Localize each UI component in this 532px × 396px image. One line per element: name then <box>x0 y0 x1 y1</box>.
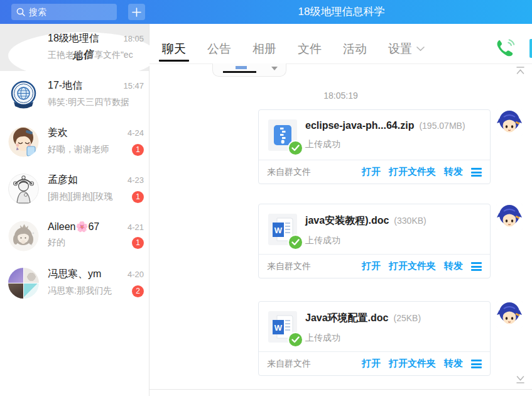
file-message-card: eclipse-java-ph...64.zip (195.07MB) 上传成功… <box>258 109 491 184</box>
chat-list-item-aileen[interactable]: Aileen🌸67 4-21 好的 1 <box>0 212 149 260</box>
file-name: eclipse-java-ph...64.zip <box>305 120 414 131</box>
unread-badge: 1 <box>132 237 144 249</box>
chat-list-item-jianghuan[interactable]: 姜欢 4-24 好嘞，谢谢老师 1 <box>0 118 149 165</box>
message-row: W java安装教程).doc (330KB) 上传成功 <box>149 204 532 278</box>
chat-preview: 好嘞，谢谢老师 <box>48 144 129 156</box>
emblem-avatar <box>8 79 39 110</box>
chat-time: 4-23 <box>128 175 144 185</box>
chat-list-item-17-dixin[interactable]: 17-地信 15:47 韩笑:明天三四节数据 <box>0 71 149 118</box>
chat-name: 18级地理信 <box>48 32 119 45</box>
forward-link[interactable]: 转发 <box>444 260 463 272</box>
chat-name: Aileen🌸67 <box>48 221 124 233</box>
user-avatar <box>8 173 39 204</box>
chat-name: 孟彦如 <box>48 173 124 187</box>
chat-list: 地信 18级地理信 18:05 王艳老师:分享文件"ec <box>0 24 149 396</box>
chat-preview: 冯思寒:那我们先 <box>48 285 129 297</box>
search-box[interactable] <box>11 4 117 20</box>
sender-avatar[interactable] <box>496 301 523 327</box>
message-row: eclipse-java-ph...64.zip (195.07MB) 上传成功… <box>149 109 532 184</box>
open-file-link[interactable]: 打开 <box>362 260 381 272</box>
unread-badge: 1 <box>132 191 144 203</box>
scroll-to-bottom-icon[interactable] <box>515 375 526 384</box>
message-history: 18:05:19 <box>149 64 532 390</box>
upload-status: 上传成功 <box>305 235 426 246</box>
chat-preview: [拥抱][拥抱][玫瑰 <box>48 191 129 203</box>
qq-chat-window: 18级地理信息科学 地信 18级地理信 18:05 王艳老师:分享文件"ec <box>0 0 532 396</box>
conversation-pane: 聊天 公告 相册 文件 活动 设置 18:0 <box>149 24 532 396</box>
chat-time: 4-21 <box>128 223 144 232</box>
chat-time: 18:05 <box>123 34 144 43</box>
open-folder-link[interactable]: 打开文件夹 <box>389 260 436 272</box>
chat-list-item-fengsihan-group[interactable]: 冯思寒、ym 4-20 冯思寒:那我们先 2 <box>0 260 149 307</box>
upload-success-icon <box>288 140 303 156</box>
video-call-icon-partial[interactable] <box>529 39 532 58</box>
user-avatar <box>8 221 39 251</box>
unread-badge: 2 <box>132 285 144 297</box>
chat-name: 姜欢 <box>48 126 124 140</box>
zip-file-icon <box>268 119 297 151</box>
chat-name: 冯思寒、ym <box>48 268 124 281</box>
chat-time: 15:47 <box>123 81 144 91</box>
scroll-to-top-icon[interactable] <box>515 66 526 75</box>
voice-call-button[interactable] <box>494 38 515 59</box>
file-size: (25KB) <box>393 313 421 323</box>
file-message-card: W Java环境配置.doc (25KB) 上传成功 <box>258 301 491 376</box>
message-row: W Java环境配置.doc (25KB) 上传成功 <box>149 301 532 376</box>
plus-icon <box>132 8 141 17</box>
group-tab-bar: 聊天 公告 相册 文件 活动 设置 <box>149 24 532 64</box>
chat-preview: 王艳老师:分享文件"ec <box>48 50 144 62</box>
word-file-icon: W <box>268 214 297 245</box>
file-source-label: 来自群文件 <box>267 358 362 370</box>
file-size: (195.07MB) <box>419 121 465 131</box>
svg-text:W: W <box>274 323 283 333</box>
chat-list-item-current-group[interactable]: 地信 18级地理信 18:05 王艳老师:分享文件"ec <box>0 24 149 71</box>
upload-success-icon <box>288 332 303 348</box>
chat-list-item-mengyanru[interactable]: 孟彦如 4-23 [拥抱][拥抱][玫瑰 1 <box>0 165 149 212</box>
tab-chat[interactable]: 聊天 <box>162 41 186 63</box>
file-name: java安装教程).doc <box>305 214 389 228</box>
tab-activities[interactable]: 活动 <box>343 41 367 63</box>
chat-preview: 好的 <box>48 237 129 249</box>
chat-time: 4-24 <box>128 128 144 138</box>
file-source-label: 来自群文件 <box>267 167 362 178</box>
chat-preview: 韩笑:明天三四节数据 <box>48 97 144 109</box>
sender-avatar[interactable] <box>496 109 523 136</box>
file-size: (330KB) <box>394 216 426 226</box>
search-icon <box>16 8 25 16</box>
file-message-card: W java安装教程).doc (330KB) 上传成功 <box>258 204 491 278</box>
tab-announcements[interactable]: 公告 <box>207 41 231 63</box>
file-source-label: 来自群文件 <box>267 261 362 272</box>
more-options-icon[interactable] <box>471 260 482 273</box>
forward-link[interactable]: 转发 <box>444 166 463 178</box>
tab-albums[interactable]: 相册 <box>252 41 276 63</box>
chat-time: 4-20 <box>128 270 144 279</box>
more-options-icon[interactable] <box>471 166 482 179</box>
chat-name: 17-地信 <box>48 79 119 92</box>
open-folder-link[interactable]: 打开文件夹 <box>389 166 436 178</box>
add-button[interactable] <box>128 4 145 20</box>
forward-link[interactable]: 转发 <box>444 358 463 370</box>
sender-avatar[interactable] <box>496 204 523 230</box>
tab-settings[interactable]: 设置 <box>388 41 425 63</box>
user-avatar <box>8 126 39 157</box>
upload-status: 上传成功 <box>305 333 421 344</box>
message-timestamp: 18:05:19 <box>149 91 532 101</box>
more-options-icon[interactable] <box>471 358 482 370</box>
upload-status: 上传成功 <box>305 139 465 150</box>
file-name: Java环境配置.doc <box>305 312 388 325</box>
svg-text:W: W <box>274 226 283 235</box>
title-bar: 18级地理信息科学 <box>0 0 532 24</box>
open-file-link[interactable]: 打开 <box>362 358 381 370</box>
search-input[interactable] <box>29 7 112 17</box>
unread-badge: 1 <box>132 144 144 156</box>
group-grid-avatar <box>8 268 39 299</box>
tab-settings-label: 设置 <box>388 41 412 57</box>
word-file-icon: W <box>268 311 297 343</box>
group-title: 18级地理信息科学 <box>151 0 532 24</box>
tab-files[interactable]: 文件 <box>298 41 322 63</box>
chevron-down-icon <box>416 47 425 52</box>
open-folder-link[interactable]: 打开文件夹 <box>389 358 436 370</box>
open-file-link[interactable]: 打开 <box>362 166 381 178</box>
upload-success-icon <box>288 234 303 250</box>
